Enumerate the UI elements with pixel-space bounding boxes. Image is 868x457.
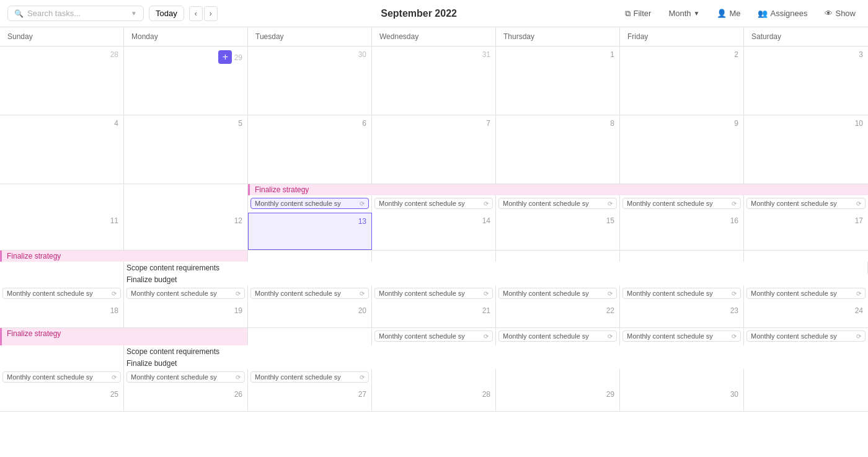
day-11: 11 xyxy=(0,213,124,250)
day-num-25: 25 xyxy=(2,389,121,400)
chip-w5-mon: Monthly content schedule sy ⟳ xyxy=(124,369,248,386)
day-num-1: 1 xyxy=(498,49,617,60)
chip-w5-thu2 xyxy=(496,369,620,386)
header-thursday: Thursday xyxy=(496,27,620,46)
chip-w4-sat: Monthly content schedule sy ⟳ xyxy=(744,285,868,303)
day-17: 17 xyxy=(744,213,868,250)
day-19: 19 xyxy=(124,303,248,327)
finalize-strategy-bar-week5[interactable]: Finalize strategy xyxy=(0,328,248,345)
monthly-chip-w4-mon[interactable]: Monthly content schedule sy ⟳ xyxy=(126,288,245,299)
assignees-label: Assignees xyxy=(770,9,807,18)
search-box[interactable]: 🔍 Search tasks... ▼ xyxy=(7,6,144,21)
chip-fri-9: Monthly content schedule sy ⟳ xyxy=(620,195,744,213)
month-title: September 2022 xyxy=(223,8,616,19)
budget-row-week4: Finalize budget xyxy=(0,273,868,285)
day-num-21: 21 xyxy=(374,305,493,316)
monthly-chip-thu[interactable]: Monthly content schedule sy ⟳ xyxy=(498,198,617,209)
assignees-icon: 👥 xyxy=(758,9,768,18)
day-num-29-sep: 29 xyxy=(498,389,617,400)
eye-icon: 👁 xyxy=(825,9,833,18)
day-9: 9 xyxy=(620,115,744,184)
span-tue-empty-w4 xyxy=(248,251,372,262)
sync-icon-w5-sun: ⟳ xyxy=(112,374,117,381)
chip-sat-10: Monthly content schedule sy ⟳ xyxy=(744,195,868,213)
day-num-26: 26 xyxy=(126,389,245,400)
scope-w5-text[interactable]: Scope content requirements xyxy=(124,345,868,357)
monthly-chip-wed[interactable]: Monthly content schedule sy ⟳ xyxy=(374,198,493,209)
monthly-chip-fri[interactable]: Monthly content schedule sy ⟳ xyxy=(622,198,741,209)
next-arrow[interactable]: › xyxy=(204,6,218,21)
budget-sun xyxy=(0,273,124,285)
monthly-chip-w5-fri[interactable]: Monthly content schedule sy ⟳ xyxy=(622,331,741,342)
monthly-chip-w4-fri[interactable]: Monthly content schedule sy ⟳ xyxy=(622,288,741,299)
monthly-chip-tue[interactable]: Monthly content schedule sy ⟳ xyxy=(250,198,369,209)
dropdown-icon[interactable]: ▼ xyxy=(131,10,137,17)
chip-w4-mon: Monthly content schedule sy ⟳ xyxy=(124,285,248,303)
me-button[interactable]: 👤 Me xyxy=(712,6,745,20)
monthly-chip-w4-tue[interactable]: Monthly content schedule sy ⟳ xyxy=(250,288,369,299)
day-num-29: + 29 xyxy=(126,49,245,65)
scope-content-text[interactable]: Scope content requirements xyxy=(124,262,868,273)
day-num-14: 14 xyxy=(374,215,493,226)
day-num-2: 2 xyxy=(622,49,741,60)
header-friday: Friday xyxy=(620,27,744,46)
day-10: 10 xyxy=(744,115,868,184)
monthly-chip-w4-sat[interactable]: Monthly content schedule sy ⟳ xyxy=(746,288,866,299)
show-button[interactable]: 👁 Show xyxy=(820,6,861,20)
day-num-7: 7 xyxy=(374,118,493,129)
day-12: 12 xyxy=(124,213,248,250)
header-saturday: Saturday xyxy=(744,27,868,46)
day-15: 15 xyxy=(496,213,620,250)
sync-icon-w5-wed: ⟳ xyxy=(484,333,489,340)
monthly-chip-w5-thu[interactable]: Monthly content schedule sy ⟳ xyxy=(498,331,617,342)
sync-icon-w4-sat: ⟳ xyxy=(856,290,861,297)
finalize-budget-w5-text[interactable]: Finalize budget xyxy=(124,357,868,369)
sync-icon-w5-tue: ⟳ xyxy=(360,374,365,381)
chip-w5-sun: Monthly content schedule sy ⟳ xyxy=(0,369,124,386)
monthly-chip-w5-sat[interactable]: Monthly content schedule sy ⟳ xyxy=(746,331,866,342)
scope-row-week4: Scope content requirements xyxy=(0,262,868,273)
sync-icon-w5-mon: ⟳ xyxy=(236,374,241,381)
show-label: Show xyxy=(835,9,856,18)
day-num-28-sep: 28 xyxy=(374,389,493,400)
calendar: Sunday Monday Tuesday Wednesday Thursday… xyxy=(0,27,868,457)
monthly-chip-w4-sun[interactable]: Monthly content schedule sy ⟳ xyxy=(2,288,121,299)
monthly-chip-w5-tue[interactable]: Monthly content schedule sy ⟳ xyxy=(250,371,369,383)
span-thu-empty-w4 xyxy=(496,251,620,262)
today-button[interactable]: Today xyxy=(149,6,184,21)
monthly-chip-w5-mon[interactable]: Monthly content schedule sy ⟳ xyxy=(126,371,245,383)
sync-icon-w4-wed: ⟳ xyxy=(484,290,489,297)
day-num-22: 22 xyxy=(498,305,617,316)
prev-arrow[interactable]: ‹ xyxy=(189,6,203,21)
add-event-button[interactable]: + xyxy=(218,50,232,64)
day-8: 8 xyxy=(496,115,620,184)
day-29[interactable]: + 29 xyxy=(124,47,248,115)
day-num-4: 4 xyxy=(2,118,121,129)
filter-button[interactable]: ⧉ Filter xyxy=(620,6,656,21)
monthly-chip-w4-thu[interactable]: Monthly content schedule sy ⟳ xyxy=(498,288,617,299)
day-num-16: 16 xyxy=(622,215,741,226)
week-row-2: 4 5 6 7 8 9 10 xyxy=(0,115,868,184)
finalize-strategy-bar-week4[interactable]: Finalize strategy xyxy=(0,251,248,262)
month-button[interactable]: Month ▼ xyxy=(663,6,704,20)
monthly-chip-sat[interactable]: Monthly content schedule sy ⟳ xyxy=(746,198,866,209)
assignees-button[interactable]: 👥 Assignees xyxy=(753,6,812,20)
day-oct-empty xyxy=(744,386,868,411)
monthly-chip-w4-wed[interactable]: Monthly content schedule sy ⟳ xyxy=(374,288,493,299)
sync-icon-fri: ⟳ xyxy=(732,200,737,207)
day-num-15: 15 xyxy=(498,215,617,226)
monthly-chip-w5-wed[interactable]: Monthly content schedule sy ⟳ xyxy=(374,331,493,342)
scope-sun xyxy=(0,262,124,273)
day-30: 30 xyxy=(248,47,372,115)
calendar-body: 28 + 29 30 31 1 2 xyxy=(0,47,868,457)
chip-w5-sat: Monthly content schedule sy ⟳ xyxy=(744,328,868,345)
chip-mon-empty xyxy=(124,195,248,213)
chip-w4-thu: Monthly content schedule sy ⟳ xyxy=(496,285,620,303)
finalize-budget-text[interactable]: Finalize budget xyxy=(124,273,868,285)
day-num-20: 20 xyxy=(250,305,369,316)
sync-icon-w4-fri: ⟳ xyxy=(732,290,737,297)
top-right-controls: ⧉ Filter Month ▼ 👤 Me 👥 Assignees 👁 Show xyxy=(620,6,861,21)
finalize-strategy-bar-week3[interactable]: Finalize strategy xyxy=(248,184,868,195)
monthly-chip-w5-sun[interactable]: Monthly content schedule sy ⟳ xyxy=(2,371,121,383)
day-num-31: 31 xyxy=(374,49,493,60)
